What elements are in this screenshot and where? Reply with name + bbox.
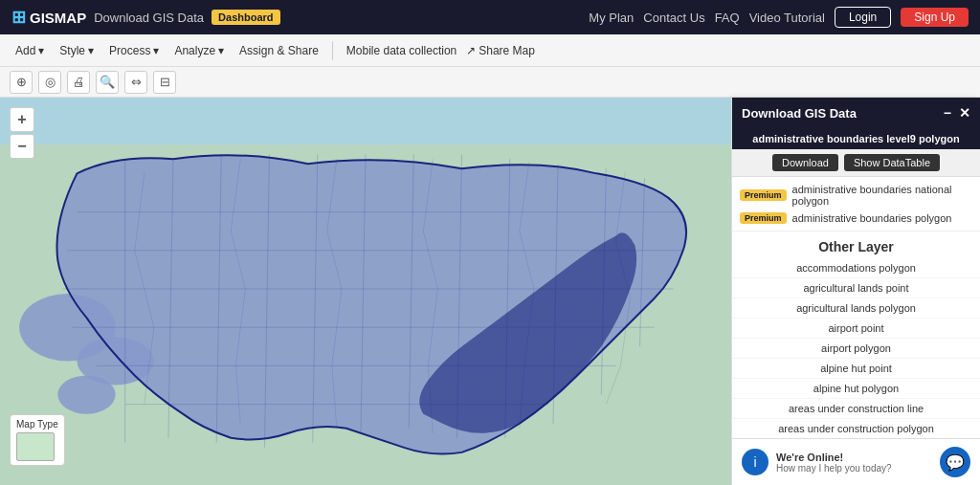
selected-layer-label: administrative boundaries level9 polygon xyxy=(732,128,980,149)
map-type-preview xyxy=(16,432,55,461)
measure-tool[interactable]: ⇔ xyxy=(124,71,147,94)
logo: ⊞ GISMAP xyxy=(11,7,86,28)
premium-item-1: Premium administrative boundaries polygo… xyxy=(740,209,972,227)
panel-header-icons: − ✕ xyxy=(944,105,970,121)
dashboard-badge[interactable]: Dashboard xyxy=(212,10,279,25)
layer-item-3[interactable]: airport point xyxy=(732,319,980,339)
video-tutorial-link[interactable]: Video Tutorial xyxy=(749,11,825,25)
chevron-down-icon: ▾ xyxy=(153,44,159,57)
layer-tool[interactable]: ⊟ xyxy=(153,71,176,94)
grid-icon: ⊞ xyxy=(11,7,26,28)
map-controls: + − xyxy=(10,107,34,159)
chat-widget: i We're Online! How may I help you today… xyxy=(732,438,980,485)
premium-item-text-0: administrative boundaries national polyg… xyxy=(792,184,972,207)
close-icon[interactable]: ✕ xyxy=(959,105,970,121)
chat-avatar: i xyxy=(742,449,768,475)
mobile-data-button[interactable]: Mobile data collection xyxy=(341,41,462,60)
faq-link[interactable]: FAQ xyxy=(715,11,740,25)
chat-text: We're Online! How may I help you today? xyxy=(776,452,892,474)
toolbar-separator xyxy=(332,41,333,60)
style-button[interactable]: Style ▾ xyxy=(54,41,100,60)
panel-title: Download GIS Data xyxy=(742,106,857,121)
map-area[interactable]: + − Map Type xyxy=(0,98,731,485)
map-svg xyxy=(0,98,731,485)
print-tool[interactable]: 🖨 xyxy=(67,71,90,94)
premium-item-text-1: administrative boundaries polygon xyxy=(792,212,952,224)
layer-item-7[interactable]: areas under construction line xyxy=(732,399,980,419)
download-gis-link[interactable]: Download GIS Data xyxy=(94,11,204,25)
layer-item-2[interactable]: agricultural lands polygon xyxy=(732,298,980,319)
main-content: + − Map Type Download GIS Data − ✕ admin… xyxy=(0,98,980,485)
toolbar: Add ▾ Style ▾ Process ▾ Analyze ▾ Assign… xyxy=(0,34,980,67)
map-tools-bar: ⊕ ◎ 🖨 🔍 ⇔ ⊟ xyxy=(0,67,980,98)
layer-item-4[interactable]: airport polygon xyxy=(732,339,980,359)
other-layer-title: Other Layer xyxy=(732,231,980,258)
show-datatable-button[interactable]: Show DataTable xyxy=(844,154,940,171)
layer-item-6[interactable]: alpine hut polygon xyxy=(732,379,980,399)
svg-point-4 xyxy=(57,375,115,413)
other-layer-section: Other Layer accommodations polygonagricu… xyxy=(732,231,980,438)
layer-item-0[interactable]: accommodations polygon xyxy=(732,258,980,278)
top-navigation: ⊞ GISMAP Download GIS Data Dashboard My … xyxy=(0,0,980,34)
login-button[interactable]: Login xyxy=(835,7,891,28)
my-plan-link[interactable]: My Plan xyxy=(589,11,634,25)
share-map-button[interactable]: ↗ Share Map xyxy=(466,44,535,57)
chat-subtitle: How may I help you today? xyxy=(776,463,892,474)
premium-items: Premium administrative boundaries nation… xyxy=(732,177,980,231)
layer-item-5[interactable]: alpine hut point xyxy=(732,359,980,379)
layer-item-8[interactable]: areas under construction polygon xyxy=(732,419,980,438)
layer-list: accommodations polygonagricultural lands… xyxy=(732,258,980,438)
share-icon: ↗ xyxy=(466,44,476,57)
chat-title: We're Online! xyxy=(776,452,892,463)
download-panel: Download GIS Data − ✕ administrative bou… xyxy=(731,98,980,485)
chat-bubble-button[interactable]: 💬 xyxy=(940,447,970,477)
panel-header: Download GIS Data − ✕ xyxy=(732,98,980,128)
chevron-down-icon: ▾ xyxy=(218,44,224,57)
map-type-label: Map Type xyxy=(16,419,58,430)
premium-badge-1: Premium xyxy=(740,212,787,224)
premium-badge-0: Premium xyxy=(740,189,787,201)
nav-left: ⊞ GISMAP Download GIS Data Dashboard xyxy=(11,7,280,28)
pointer-tool[interactable]: ⊕ xyxy=(10,71,33,94)
analyze-button[interactable]: Analyze ▾ xyxy=(168,41,230,60)
location-tool[interactable]: ◎ xyxy=(38,71,61,94)
assign-share-button[interactable]: Assign & Share xyxy=(234,41,324,60)
add-button[interactable]: Add ▾ xyxy=(10,41,50,60)
minimize-icon[interactable]: − xyxy=(944,105,951,121)
layer-item-1[interactable]: agricultural lands point xyxy=(732,278,980,298)
signup-button[interactable]: Sign Up xyxy=(901,8,969,27)
chevron-down-icon: ▾ xyxy=(38,44,44,57)
panel-action-row: Download Show DataTable xyxy=(732,149,980,177)
chevron-down-icon: ▾ xyxy=(88,44,94,57)
process-button[interactable]: Process ▾ xyxy=(103,41,165,60)
zoom-in-button[interactable]: + xyxy=(10,107,34,132)
premium-item-0: Premium administrative boundaries nation… xyxy=(740,181,972,209)
zoom-out-button[interactable]: − xyxy=(10,134,34,159)
nav-right: My Plan Contact Us FAQ Video Tutorial Lo… xyxy=(589,7,969,28)
logo-text: GISMAP xyxy=(30,10,86,26)
map-type-selector[interactable]: Map Type xyxy=(10,414,65,466)
contact-us-link[interactable]: Contact Us xyxy=(643,11,704,25)
zoom-tool[interactable]: 🔍 xyxy=(96,71,119,94)
download-button[interactable]: Download xyxy=(772,154,838,171)
